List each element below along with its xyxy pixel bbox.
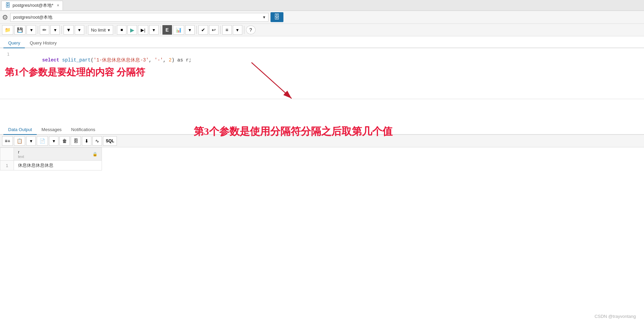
connection-bar: ⚙ postgres/root@本地 ▾ 🗄 xyxy=(0,11,644,24)
separator xyxy=(115,26,115,34)
separator xyxy=(86,26,86,34)
paste-button[interactable]: 📄 xyxy=(37,136,48,146)
output-toolbar: ≡+ 📋 ▾ 📄 ▾ 🗑 🗄 ⬇ ∿ SQL xyxy=(0,135,644,147)
add-row-button[interactable]: ≡+ xyxy=(2,136,13,146)
row-number-cell: 1 xyxy=(0,161,14,170)
tab-close-button[interactable]: × xyxy=(57,3,59,8)
row-cell-r: 休息休息休息休息 xyxy=(14,161,102,170)
chart-dropdown-button[interactable]: ▾ xyxy=(185,25,195,35)
tab-query-history[interactable]: Query History xyxy=(25,38,61,48)
macro-button[interactable]: ≡ xyxy=(222,25,232,35)
separator xyxy=(160,26,161,34)
separator xyxy=(220,26,221,34)
limit-selector[interactable]: No limit ▾ xyxy=(88,25,113,35)
save-db-button[interactable]: 🗄 xyxy=(71,136,81,146)
separator xyxy=(244,26,244,34)
table-row: 1 休息休息休息休息 xyxy=(0,161,102,170)
row-num-header xyxy=(0,148,14,161)
data-table-container: r text 🔒 1 休息休息休息休息 xyxy=(0,147,644,170)
edit-dropdown-button[interactable]: ▾ xyxy=(50,25,60,35)
tab-db-icon: 🗄 xyxy=(5,2,11,8)
tab-bar: 🗄 postgres/root@本地* × xyxy=(0,0,644,11)
keyword-select: select xyxy=(42,57,59,63)
save-dropdown-button[interactable]: ▾ xyxy=(27,25,36,35)
filter-dropdown-button[interactable]: ▾ xyxy=(75,25,84,35)
run-dropdown-button[interactable]: ▾ xyxy=(149,25,159,35)
tab-notifications[interactable]: Notifications xyxy=(66,125,100,135)
graph-button[interactable]: ∿ xyxy=(92,136,102,146)
commit-button[interactable]: ✔ xyxy=(198,25,208,35)
results-table: r text 🔒 1 休息休息休息休息 xyxy=(0,147,102,170)
explain-button[interactable]: E xyxy=(162,25,172,35)
main-toolbar: 📁 💾 ▾ ✏ ▾ ▼ ▾ No limit ▾ ■ ▶ ▶| ▾ E 📊 ▾ … xyxy=(0,24,644,36)
keyword-as: as xyxy=(177,57,183,63)
connection-dropdown-arrow: ▾ xyxy=(263,15,265,20)
connect-db-button[interactable]: 🗄 xyxy=(271,12,283,22)
connection-selector[interactable]: postgres/root@本地 ▾ xyxy=(10,13,268,22)
chart-button[interactable]: 📊 xyxy=(173,25,184,35)
edit-button[interactable]: ✏ xyxy=(40,25,49,35)
copy-dropdown-button[interactable]: ▾ xyxy=(26,136,36,146)
func-split-part: split_part xyxy=(62,57,91,63)
copy-button[interactable]: 📋 xyxy=(14,136,25,146)
tab-messages[interactable]: Messages xyxy=(37,125,66,135)
separator xyxy=(62,26,62,34)
output-tabs: Data Output Messages Notifications xyxy=(0,123,644,135)
open-file-button[interactable]: 📁 xyxy=(2,25,13,35)
col-name-r: r xyxy=(18,149,24,155)
filter-button[interactable]: ▼ xyxy=(64,25,74,35)
col-header-r: r text 🔒 xyxy=(14,148,102,161)
sql-button[interactable]: SQL xyxy=(103,136,117,146)
help-button[interactable]: ? xyxy=(246,25,256,34)
delete-row-button[interactable]: 🗑 xyxy=(59,136,70,146)
query-tabs: Query Query History xyxy=(0,36,644,48)
watermark: CSDN @trayvontang xyxy=(594,314,636,319)
save-button[interactable]: 💾 xyxy=(14,25,25,35)
main-tab[interactable]: 🗄 postgres/root@本地* × xyxy=(1,1,63,10)
sql-str1: '1-休息休息休息休息-3' xyxy=(93,57,149,63)
separator xyxy=(196,26,197,34)
link-icon: ⚙ xyxy=(2,13,8,21)
paste-dropdown-button[interactable]: ▾ xyxy=(49,136,58,146)
stop-button[interactable]: ■ xyxy=(117,25,126,35)
run-button[interactable]: ▶ xyxy=(127,25,137,35)
run-step-button[interactable]: ▶| xyxy=(138,25,148,35)
tab-query[interactable]: Query xyxy=(3,38,25,48)
connection-name: postgres/root@本地 xyxy=(13,14,52,20)
annotation-label1: 第1个参数是要处理的内容 分隔符 xyxy=(5,66,145,79)
limit-label: No limit xyxy=(91,28,106,33)
tab-data-output[interactable]: Data Output xyxy=(3,125,37,135)
download-button[interactable]: ⬇ xyxy=(82,136,91,146)
line-number-1: 1 xyxy=(0,52,14,57)
tab-label: postgres/root@本地* xyxy=(13,2,53,8)
col-lock-icon: 🔒 xyxy=(92,152,98,157)
separator xyxy=(38,26,38,34)
sql-num: 2 xyxy=(169,57,172,63)
rollback-button[interactable]: ↩ xyxy=(209,25,219,35)
limit-arrow: ▾ xyxy=(108,28,110,33)
sql-str2: '-' xyxy=(155,57,163,63)
macro-dropdown-button[interactable]: ▾ xyxy=(233,25,242,35)
col-type-r: text xyxy=(18,155,24,159)
